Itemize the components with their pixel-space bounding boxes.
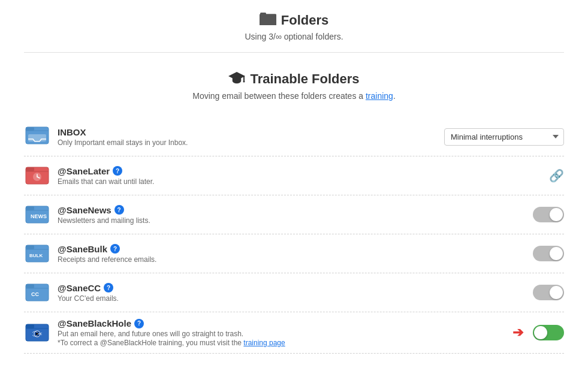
sanecc-info: @SaneCC ? Your CC'ed emails. — [58, 283, 533, 303]
svg-rect-24 — [26, 324, 34, 328]
svg-text:CC: CC — [31, 291, 39, 297]
sanecc-row: CC @SaneCC ? Your CC'ed emails. OFF — [24, 273, 564, 312]
sanecc-icon: CC — [24, 279, 50, 306]
sanenews-name: @SaneNews ? — [58, 205, 533, 215]
training-link[interactable]: training — [366, 91, 393, 101]
saneblackhole-icon — [24, 319, 50, 346]
sanebulk-desc: Receipts and reference emails. — [58, 255, 533, 264]
sanelater-control: 🔗 — [549, 168, 564, 183]
sanelater-help-icon[interactable]: ? — [113, 166, 122, 176]
sanebulk-info: @SaneBulk ? Receipts and reference email… — [58, 244, 533, 264]
sanecc-desc: Your CC'ed emails. — [58, 294, 533, 303]
inbox-control[interactable]: Minimal interruptions Some interruptions… — [444, 128, 564, 146]
sanenews-info: @SaneNews ? Newsletters and mailing list… — [58, 205, 533, 225]
inbox-info: INBOX Only Important email stays in your… — [58, 127, 444, 147]
inbox-desc: Only Important email stays in your Inbox… — [58, 138, 444, 147]
sanelater-desc: Emails that can wait until later. — [58, 177, 549, 186]
sanebulk-control[interactable]: OFF — [533, 246, 564, 261]
saneblackhole-row: @SaneBlackHole ? Put an email here, and … — [24, 312, 564, 354]
saneblackhole-name: @SaneBlackHole ? — [58, 318, 512, 328]
sanecc-name: @SaneCC ? — [58, 283, 533, 293]
svg-text:BULK: BULK — [29, 253, 43, 258]
trainable-subtitle: Moving email between these folders creat… — [24, 91, 564, 101]
sanebulk-icon: BULK — [24, 240, 50, 267]
inbox-icon — [24, 123, 50, 150]
saneblackhole-control[interactable]: ➔ ON — [512, 325, 564, 340]
saneblackhole-desc: Put an email here, and future ones will … — [58, 330, 512, 338]
saneblackhole-training-link[interactable]: training page — [243, 339, 285, 347]
saneblackhole-toggle[interactable]: ON — [533, 325, 564, 340]
trainable-title: Trainable Folders — [24, 71, 564, 88]
sanecc-control[interactable]: OFF — [533, 285, 564, 300]
sanebulk-help-icon[interactable]: ? — [110, 244, 120, 254]
svg-rect-21 — [26, 284, 34, 288]
svg-rect-8 — [28, 134, 46, 141]
sanenews-desc: Newsletters and mailing lists. — [58, 216, 533, 225]
sanecc-toggle[interactable]: OFF — [533, 285, 564, 300]
folders-subtitle: Using 3/∞ optional folders. — [24, 32, 564, 41]
sanebulk-name: @SaneBulk ? — [58, 244, 533, 254]
sanenews-row: NEWS @SaneNews ? Newsletters and mailing… — [24, 195, 564, 234]
svg-rect-15 — [26, 206, 34, 210]
blackhole-arrow-indicator: ➔ — [512, 325, 523, 340]
svg-rect-7 — [26, 127, 34, 131]
sanenews-control[interactable]: OFF — [533, 207, 564, 222]
folders-section-header: Folders Using 3/∞ optional folders. — [24, 12, 564, 53]
sanelater-name: @SaneLater ? — [58, 166, 549, 176]
svg-point-5 — [243, 81, 245, 83]
saneblackhole-info: @SaneBlackHole ? Put an email here, and … — [58, 318, 512, 347]
saneblackhole-help-icon[interactable]: ? — [134, 319, 144, 328]
folders-title: Folders — [24, 12, 564, 29]
sanelater-row: @SaneLater ? Emails that can wait until … — [24, 156, 564, 195]
folder-header-icon — [260, 12, 276, 29]
sanenews-help-icon[interactable]: ? — [114, 205, 124, 215]
inbox-name: INBOX — [58, 127, 444, 137]
sanelater-link-icon: 🔗 — [549, 168, 564, 183]
svg-rect-10 — [26, 167, 34, 171]
inbox-row: INBOX Only Important email stays in your… — [24, 117, 564, 156]
sanenews-toggle[interactable]: OFF — [533, 207, 564, 222]
sanecc-help-icon[interactable]: ? — [104, 283, 113, 292]
saneblackhole-desc2: *To correct a @SaneBlackHole training, y… — [58, 339, 512, 347]
sanebulk-toggle[interactable]: OFF — [533, 246, 564, 261]
sanelater-info: @SaneLater ? Emails that can wait until … — [58, 166, 549, 186]
sanelater-icon — [24, 162, 50, 189]
svg-rect-2 — [260, 13, 266, 16]
trainable-section-header: Trainable Folders Moving email between t… — [24, 71, 564, 101]
mortarboard-icon — [228, 71, 245, 88]
red-arrow-icon: ➔ — [512, 325, 523, 340]
svg-text:NEWS: NEWS — [31, 213, 47, 219]
sanenews-icon: NEWS — [24, 201, 50, 228]
inbox-mode-select[interactable]: Minimal interruptions Some interruptions… — [444, 128, 564, 146]
svg-rect-18 — [26, 245, 34, 249]
sanebulk-row: BULK @SaneBulk ? Receipts and reference … — [24, 234, 564, 273]
